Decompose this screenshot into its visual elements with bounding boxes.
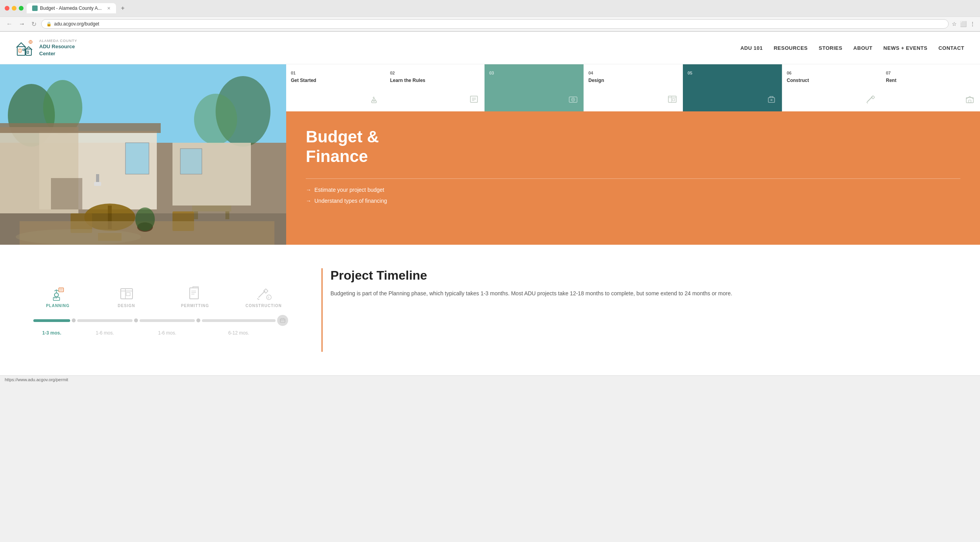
phase-construction: $ CONSTRUCTION [229, 284, 298, 312]
permitting-icon-svg [185, 284, 205, 304]
svg-rect-30 [96, 174, 99, 182]
step-num-5: 05 [688, 71, 692, 75]
phase-icons-row: PLANNING DESIGN [24, 284, 298, 312]
hero-link-2[interactable]: → Understand types of financing [306, 198, 960, 204]
hero-image [0, 64, 286, 245]
svg-rect-31 [94, 182, 101, 186]
step-tab-4[interactable]: 04 Design [584, 64, 683, 111]
design-icon-svg [117, 284, 136, 304]
minimize-button[interactable] [12, 6, 16, 11]
hero-content: Budget & Finance → Estimate your project… [286, 111, 980, 245]
nav-stories[interactable]: STORIES [819, 45, 842, 51]
nav-news-events[interactable]: NEWS + EVENTS [884, 45, 927, 51]
svg-rect-36 [0, 213, 286, 245]
construction-label: CONSTRUCTION [245, 304, 282, 308]
logo-text: ALAMEDA COUNTY ADU ResourceCenter [39, 38, 77, 58]
planning-icon-area: PLANNING [46, 284, 69, 308]
step-tab-3[interactable]: 03 [485, 64, 584, 111]
svg-rect-32 [192, 206, 231, 211]
svg-point-59 [54, 293, 58, 297]
step-num-3: 03 [489, 71, 494, 75]
hero-link-1[interactable]: → Estimate your project budget [306, 187, 960, 193]
phase-permitting: PERMITTING [161, 284, 229, 312]
dur-construction: 6-12 mos. [202, 329, 276, 336]
hero-divider [306, 178, 960, 179]
step-label-6: Construct [787, 78, 809, 84]
step-icon-1 [369, 94, 380, 107]
county-name: ALAMEDA COUNTY [39, 38, 77, 44]
step-label-1: Get Started [291, 78, 316, 84]
dot-connector-3 [196, 318, 200, 322]
timeline-text: Project Timeline Budgeting is part of th… [321, 268, 980, 352]
step-icon-5 [766, 94, 777, 107]
tab-close-icon[interactable]: ✕ [107, 6, 111, 11]
menu-icon[interactable]: ⋮ [970, 21, 975, 27]
timeline-visual: PLANNING DESIGN [0, 268, 321, 352]
design-bar [77, 319, 132, 322]
dur-design: 1-6 mos. [77, 329, 132, 336]
status-url: https://www.adu.acgov.org/permit [5, 377, 68, 382]
window-controls [5, 6, 24, 11]
close-button[interactable] [5, 6, 9, 11]
toolbar-right: ☆ ⬜ ⋮ [952, 21, 975, 27]
website: ALAMEDA COUNTY ADU ResourceCenter ADU 10… [0, 32, 980, 375]
dur-planning: 1-3 mos. [33, 329, 70, 336]
svg-rect-75 [280, 319, 285, 322]
arrow-icon-2: → [306, 198, 311, 204]
step-tab-7[interactable]: 07 Rent [881, 64, 980, 111]
hero-scene-svg [0, 64, 286, 245]
step-num-2: 02 [390, 71, 395, 75]
extensions-icon[interactable]: ⬜ [960, 21, 967, 27]
logo-main: ADU ResourceCenter [39, 43, 77, 57]
svg-rect-3 [19, 49, 21, 52]
active-tab[interactable]: Budget - Alameda County A... ✕ [27, 3, 116, 13]
step-tab-6[interactable]: 06 Construct [782, 64, 881, 111]
svg-rect-20 [180, 149, 202, 174]
logo-area[interactable]: ALAMEDA COUNTY ADU ResourceCenter [16, 38, 77, 58]
svg-rect-68 [190, 288, 198, 299]
svg-point-14 [194, 94, 237, 145]
nav-resources[interactable]: RESOURCES [774, 45, 808, 51]
back-button[interactable]: ← [5, 20, 14, 28]
url-text: adu.acgov.org/budget [54, 21, 99, 27]
step-label-4: Design [588, 78, 604, 84]
permitting-bar [140, 319, 195, 322]
nav-about[interactable]: ABOUT [853, 45, 873, 51]
step-label-7: Rent [886, 78, 897, 84]
nav-adu101[interactable]: ADU 101 [740, 45, 763, 51]
hero-scene-bg [0, 64, 286, 245]
duration-labels: 1-3 mos. 1-6 mos. 1-6 mos. 6-12 mos. [24, 326, 298, 336]
planning-icon-svg [48, 284, 67, 304]
address-bar[interactable]: 🔒 adu.acgov.org/budget [41, 19, 949, 29]
step-tab-5[interactable]: 05 [683, 64, 782, 111]
svg-rect-19 [125, 143, 149, 174]
step-icon-7 [964, 94, 975, 107]
toolbar: ← → ↻ 🔒 adu.acgov.org/budget ☆ ⬜ ⋮ [0, 16, 980, 31]
tab-title: Budget - Alameda County A... [40, 5, 102, 11]
step-num-1: 01 [291, 71, 296, 75]
svg-rect-17 [0, 123, 161, 133]
step-icon-3 [568, 94, 579, 107]
nav-contact[interactable]: CONTACT [938, 45, 964, 51]
permitting-icon-area: PERMITTING [181, 284, 209, 308]
tab-favicon [32, 5, 38, 11]
bar-track [24, 315, 298, 326]
timeline-title: Project Timeline [330, 268, 956, 283]
svg-rect-4 [23, 49, 24, 51]
new-tab-button[interactable]: + [121, 5, 124, 12]
svg-rect-21 [51, 178, 82, 209]
construction-bar [202, 319, 276, 322]
svg-text:$: $ [268, 296, 269, 299]
svg-rect-72 [263, 289, 268, 293]
site-nav: ADU 101 RESOURCES STORIES ABOUT NEWS + E… [740, 45, 964, 51]
end-icon [277, 315, 288, 326]
bookmark-icon[interactable]: ☆ [952, 21, 957, 27]
step-tab-2[interactable]: 02 Learn the Rules [385, 64, 485, 111]
dot-connector-1 [72, 318, 76, 322]
forward-button[interactable]: → [17, 20, 27, 28]
step-tab-1[interactable]: 01 Get Started [286, 64, 385, 111]
refresh-button[interactable]: ↻ [30, 20, 38, 29]
step-icon-6 [865, 94, 876, 107]
hero-title: Budget & Finance [306, 127, 960, 167]
maximize-button[interactable] [19, 6, 24, 11]
